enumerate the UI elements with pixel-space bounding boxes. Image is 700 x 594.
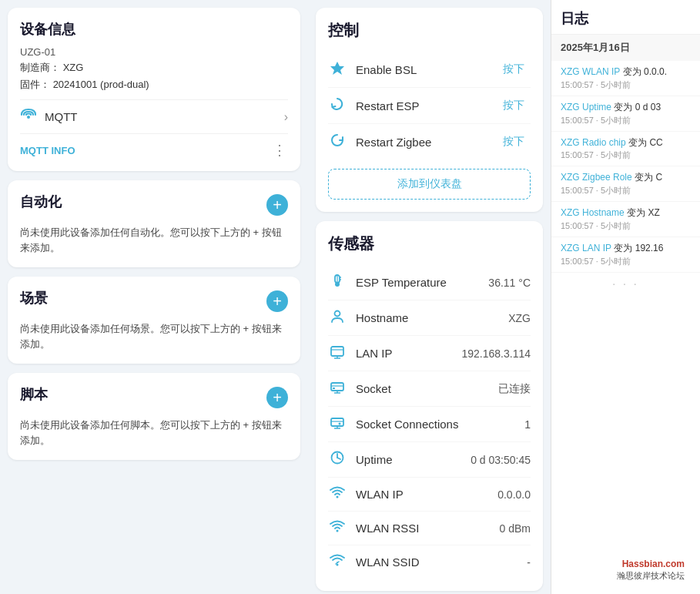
sensor-lan-ip-label: LAN IP <box>356 347 393 360</box>
log-entry-4-title: XZG Zigbee Role 变为 C <box>561 171 691 184</box>
svg-point-7 <box>335 311 340 317</box>
svg-rect-8 <box>331 347 343 356</box>
script-add-button[interactable]: + <box>266 387 288 408</box>
sensor-title: 传感器 <box>328 233 531 254</box>
sensor-wlan-ip-label: WLAN IP <box>356 488 404 501</box>
wlan-rssi-icon <box>328 519 347 537</box>
control-bsl-label: Enable BSL <box>356 63 417 76</box>
log-entry-4-time: 15:00:57 · 5小时前 <box>561 185 691 196</box>
restart-zigbee-icon <box>328 133 347 152</box>
sensor-wlan-ssid-label: WLAN SSID <box>356 555 420 569</box>
watermark: Hassbian.com 瀚思彼岸技术论坛 <box>611 553 691 585</box>
control-esp-left: Restart ESP <box>328 96 420 116</box>
sensor-row-hostname: Hostname XZG <box>328 300 531 336</box>
control-row-esp: Restart ESP 按下 <box>328 88 531 124</box>
sensor-wlan-ip-left: WLAN IP <box>328 485 404 503</box>
sensor-row-wlan-rssi: WLAN RSSI 0 dBm <box>328 512 531 545</box>
hostname-icon <box>328 308 347 327</box>
socket-connections-icon <box>328 414 347 434</box>
sensor-wlan-ssid-left: WLAN SSID <box>328 553 420 571</box>
automation-card: 自动化 + 尚未使用此设备添加任何自动化。您可以按下上方的 + 按钮来添加。 <box>8 180 300 267</box>
sensor-socket-connections-value: 1 <box>524 418 531 431</box>
log-entry-4: XZG Zigbee Role 变为 C 15:00:57 · 5小时前 <box>551 166 700 202</box>
sensor-row-lan-ip: LAN IP 192.168.3.114 <box>328 336 531 371</box>
device-info-title: 设备信息 <box>20 20 288 39</box>
script-title: 脚本 <box>20 385 48 404</box>
script-description: 尚未使用此设备添加任何脚本。您可以按下上方的 + 按钮来添加。 <box>20 418 288 448</box>
mqtt-more-icon[interactable]: ⋮ <box>273 142 288 159</box>
svg-rect-16 <box>333 388 335 389</box>
left-column: 设备信息 UZG-01 制造商： XZG 固件： 20241001 (prod-… <box>0 0 308 594</box>
sensor-hostname-left: Hostname <box>328 308 408 327</box>
mqtt-info-row[interactable]: MQTT INFO ⋮ <box>20 133 288 159</box>
svg-line-24 <box>337 458 340 459</box>
automation-add-button[interactable]: + <box>266 194 288 216</box>
log-entry-5-time: 15:00:57 · 5小时前 <box>561 220 691 232</box>
uptime-icon <box>328 450 347 469</box>
temperature-icon <box>328 273 347 292</box>
restart-esp-icon <box>328 96 347 116</box>
sensor-temperature-left: ESP Temperature <box>328 273 447 292</box>
sensor-socket-label: Socket <box>356 382 391 395</box>
log-more-dots: · · · <box>551 273 700 294</box>
log-entry-6-time: 15:00:57 · 5小时前 <box>561 256 691 267</box>
sensor-row-wlan-ip: WLAN IP 0.0.0.0 <box>328 478 531 512</box>
scene-add-button[interactable]: + <box>266 290 288 312</box>
device-info-card: 设备信息 UZG-01 制造商： XZG 固件： 20241001 (prod-… <box>8 8 300 171</box>
sensor-wlan-ssid-value: - <box>527 556 531 569</box>
sensor-socket-connections-label: Socket Connections <box>356 418 458 431</box>
mqtt-row[interactable]: MQTT › <box>20 99 288 133</box>
sensor-uptime-value: 0 d 03:50:45 <box>471 454 531 466</box>
log-entry-6: XZG LAN IP 变为 192.16 15:00:57 · 5小时前 <box>551 237 700 273</box>
log-entry-3: XZG Radio chip 变为 CC 15:00:57 · 5小时前 <box>551 132 700 167</box>
sensor-wlan-ip-value: 0.0.0.0 <box>497 488 531 501</box>
watermark-line1: Hassbian.com <box>622 559 685 569</box>
scene-description: 尚未使用此设备添加任何场景。您可以按下上方的 + 按钮来添加。 <box>20 321 288 351</box>
svg-marker-1 <box>330 62 344 75</box>
sensor-socket-left: Socket <box>328 379 391 398</box>
svg-rect-12 <box>331 383 343 391</box>
log-entry-3-time: 15:00:57 · 5小时前 <box>561 149 691 161</box>
bsl-icon <box>328 60 347 79</box>
control-zigbee-label: Restart Zigbee <box>356 136 431 149</box>
sensor-wlan-rssi-left: WLAN RSSI <box>328 519 420 537</box>
sensor-row-uptime: Uptime 0 d 03:50:45 <box>328 442 531 478</box>
control-zigbee-button[interactable]: 按下 <box>497 132 531 152</box>
add-to-dashboard-button[interactable]: 添加到仪表盘 <box>328 169 531 200</box>
log-entry-6-title: XZG LAN IP 变为 192.16 <box>561 242 691 255</box>
sensor-socket-value: 已连接 <box>498 382 531 396</box>
sensor-socket-connections-left: Socket Connections <box>328 414 458 434</box>
center-column: 控制 Enable BSL 按下 Rest <box>308 0 551 594</box>
svg-rect-17 <box>331 418 343 426</box>
sensor-row-socket: Socket 已连接 <box>328 371 531 407</box>
mqtt-icon <box>20 108 37 126</box>
wlan-ip-icon <box>328 485 347 503</box>
device-model: UZG-01 <box>20 46 288 58</box>
control-esp-label: Restart ESP <box>356 99 420 112</box>
log-entry-1-title: XZG WLAN IP 变为 0.0.0. <box>561 65 691 79</box>
sensor-uptime-label: Uptime <box>356 453 393 466</box>
sensor-section: 传感器 ESP Temperature 36.11 °C <box>316 221 543 591</box>
device-manufacturer: 制造商： XZG <box>20 61 288 75</box>
sensor-hostname-value: XZG <box>508 312 531 324</box>
socket-icon <box>328 379 347 398</box>
sensor-uptime-left: Uptime <box>328 450 393 469</box>
control-bsl-left: Enable BSL <box>328 60 417 79</box>
log-entry-2: XZG Uptime 变为 0 d 03 15:00:57 · 5小时前 <box>551 96 700 132</box>
sensor-lan-ip-left: LAN IP <box>328 344 393 363</box>
control-esp-button[interactable]: 按下 <box>497 96 531 116</box>
script-header: 脚本 + <box>20 385 288 410</box>
scene-title: 场景 <box>20 289 48 307</box>
wlan-ssid-icon <box>328 553 347 571</box>
device-firmware: 固件： 20241001 (prod-dual) <box>20 78 288 92</box>
watermark-line2: 瀚思彼岸技术论坛 <box>617 570 685 582</box>
right-column: 日志 2025年1月16日 XZG WLAN IP 变为 0.0.0. 15:0… <box>551 0 700 594</box>
log-entry-1-time: 15:00:57 · 5小时前 <box>561 79 691 91</box>
log-date: 2025年1月16日 <box>551 35 700 61</box>
scene-card: 场景 + 尚未使用此设备添加任何场景。您可以按下上方的 + 按钮来添加。 <box>8 277 300 364</box>
control-bsl-button[interactable]: 按下 <box>497 59 531 79</box>
script-card: 脚本 + 尚未使用此设备添加任何脚本。您可以按下上方的 + 按钮来添加。 <box>8 373 300 460</box>
svg-point-29 <box>337 564 339 566</box>
log-entry-5-title: XZG Hostname 变为 XZ <box>561 206 691 220</box>
sensor-lan-ip-value: 192.168.3.114 <box>461 347 531 360</box>
